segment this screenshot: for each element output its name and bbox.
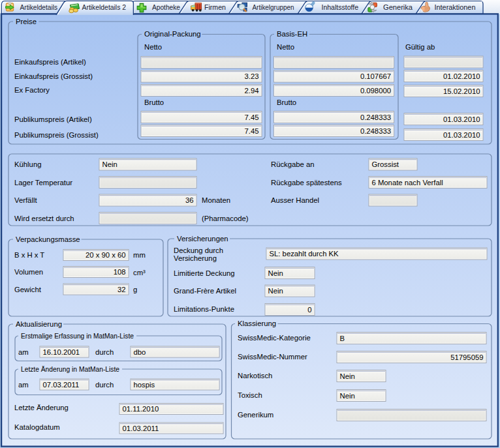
- svg-text:Ex Factory: Ex Factory: [14, 86, 50, 94]
- svg-text:Rückgabe an: Rückgabe an: [271, 160, 315, 168]
- svg-text:36: 36: [185, 196, 194, 204]
- svg-text:Nein: Nein: [102, 160, 117, 168]
- svg-text:Preise: Preise: [16, 18, 37, 25]
- svg-text:Nein: Nein: [340, 372, 355, 380]
- svg-text:Nein: Nein: [268, 287, 283, 295]
- svg-text:Versicherungen: Versicherungen: [177, 235, 228, 243]
- svg-text:3.23: 3.23: [245, 72, 259, 80]
- svg-text:Letzte Änderung in MatMan-List: Letzte Änderung in MatMan-Liste: [21, 365, 119, 373]
- svg-text:g: g: [133, 286, 137, 293]
- svg-text:01.03.2010: 01.03.2010: [443, 131, 480, 139]
- svg-text:Katalogdatum: Katalogdatum: [14, 423, 60, 431]
- svg-text:Klassierung: Klassierung: [238, 320, 276, 327]
- svg-text:B x H x T: B x H x T: [14, 251, 44, 259]
- svg-text:Gewicht: Gewicht: [14, 286, 42, 293]
- svg-text:01.03.2010: 01.03.2010: [443, 115, 480, 123]
- svg-text:Rückgabe spätestens: Rückgabe spätestens: [271, 179, 342, 187]
- svg-text:Artikelgruppen: Artikelgruppen: [253, 3, 294, 11]
- svg-text:0: 0: [307, 306, 311, 314]
- svg-text:01.11.2010: 01.11.2010: [123, 405, 159, 413]
- svg-text:Limitierte Deckung: Limitierte Deckung: [174, 269, 235, 277]
- svg-text:Monaten: Monaten: [202, 196, 230, 204]
- svg-text:6 Monate nach Verfall: 6 Monate nach Verfall: [372, 179, 443, 187]
- svg-text:2.94: 2.94: [245, 87, 259, 95]
- svg-text:01.02.2010: 01.02.2010: [443, 72, 480, 80]
- svg-text:Einkaufspreis (Artikel): Einkaufspreis (Artikel): [14, 58, 86, 66]
- svg-text:Grossist: Grossist: [372, 160, 399, 168]
- svg-text:durch: durch: [95, 348, 114, 356]
- svg-text:Verpackungsmasse: Verpackungsmasse: [16, 235, 80, 243]
- svg-text:Erstmalige Erfassung in MatMan: Erstmalige Erfassung in MatMan-Liste: [21, 332, 134, 340]
- svg-text:dbo: dbo: [134, 348, 146, 356]
- svg-text:Toxisch: Toxisch: [238, 391, 262, 399]
- svg-text:durch: durch: [95, 381, 114, 389]
- svg-text:Deckung durch: Deckung durch: [174, 246, 223, 254]
- svg-text:51795059: 51795059: [450, 353, 483, 361]
- svg-text:am: am: [18, 381, 29, 389]
- svg-text:Einkaufspreis (Grossist): Einkaufspreis (Grossist): [14, 72, 93, 80]
- svg-text:Generika: Generika: [383, 3, 413, 11]
- svg-text:Interaktionen: Interaktionen: [435, 3, 476, 11]
- svg-text:7.45: 7.45: [245, 113, 259, 121]
- svg-text:am: am: [18, 348, 29, 356]
- svg-text:Versicherung: Versicherung: [174, 254, 217, 262]
- svg-text:Publikumspreis (Artikel): Publikumspreis (Artikel): [14, 115, 92, 123]
- svg-text:0.107667: 0.107667: [360, 72, 391, 80]
- svg-text:Generikum: Generikum: [238, 411, 273, 419]
- svg-text:7.45: 7.45: [245, 127, 259, 135]
- svg-text:Lager Temperatur: Lager Temperatur: [14, 179, 72, 187]
- svg-text:Ausser Handel: Ausser Handel: [271, 196, 319, 204]
- svg-text:Apotheke: Apotheke: [152, 3, 180, 11]
- svg-text:0.248333: 0.248333: [360, 113, 391, 121]
- svg-text:Netto: Netto: [144, 43, 162, 51]
- svg-text:Aktualisierung: Aktualisierung: [16, 320, 62, 328]
- svg-text:Basis-EH: Basis-EH: [277, 30, 307, 38]
- svg-text:Netto: Netto: [277, 43, 294, 51]
- svg-text:16.10.2001: 16.10.2001: [43, 348, 80, 356]
- svg-text:Nein: Nein: [340, 392, 355, 400]
- svg-text:Artikeldetails: Artikeldetails: [20, 3, 58, 11]
- svg-text:Limitations-Punkte: Limitations-Punkte: [174, 305, 234, 313]
- svg-text:Narkotisch: Narkotisch: [238, 372, 272, 380]
- svg-text:SwissMedic-Kategorie: SwissMedic-Kategorie: [238, 334, 311, 342]
- svg-text:Inhaltsstoffe: Inhaltsstoffe: [322, 3, 359, 11]
- svg-text:Kühlung: Kühlung: [14, 160, 41, 168]
- svg-text:32: 32: [117, 286, 126, 293]
- svg-text:Wird ersetzt durch: Wird ersetzt durch: [14, 215, 74, 222]
- svg-text:Nein: Nein: [268, 269, 283, 277]
- svg-text:SL: bezahlt durch KK: SL: bezahlt durch KK: [270, 250, 339, 258]
- svg-text:Brutto: Brutto: [277, 98, 296, 106]
- svg-text:Grand-Frère Artikel: Grand-Frère Artikel: [174, 287, 236, 295]
- svg-text:0.098000: 0.098000: [360, 87, 391, 95]
- svg-text:01.03.2011: 01.03.2011: [123, 425, 159, 432]
- svg-text:mm: mm: [133, 251, 146, 259]
- svg-text:Volumen: Volumen: [14, 268, 43, 276]
- svg-text:Letzte Änderung: Letzte Änderung: [14, 404, 69, 411]
- svg-text:Firmen: Firmen: [204, 3, 226, 11]
- svg-text:15.02.2010: 15.02.2010: [443, 87, 480, 95]
- svg-text:hospis: hospis: [134, 381, 155, 389]
- svg-text:Original-Packung: Original-Packung: [144, 30, 201, 38]
- svg-text:(Pharmacode): (Pharmacode): [202, 215, 249, 222]
- svg-text:Verfällt: Verfällt: [14, 196, 37, 204]
- svg-text:cm³: cm³: [133, 269, 146, 276]
- svg-text:20 x 90 x 60: 20 x 90 x 60: [86, 251, 126, 259]
- svg-text:07.03.2011: 07.03.2011: [43, 381, 80, 389]
- svg-text:B: B: [340, 335, 345, 342]
- svg-text:Gültig ab: Gültig ab: [405, 43, 435, 51]
- svg-text:SwissMedic-Nummer: SwissMedic-Nummer: [238, 353, 307, 361]
- svg-text:Artikeldetails 2: Artikeldetails 2: [82, 3, 127, 11]
- svg-text:108: 108: [114, 268, 126, 276]
- svg-text:Publikumspreis (Grossist): Publikumspreis (Grossist): [14, 131, 99, 139]
- svg-text:0.248333: 0.248333: [360, 127, 391, 135]
- svg-text:Brutto: Brutto: [144, 98, 164, 106]
